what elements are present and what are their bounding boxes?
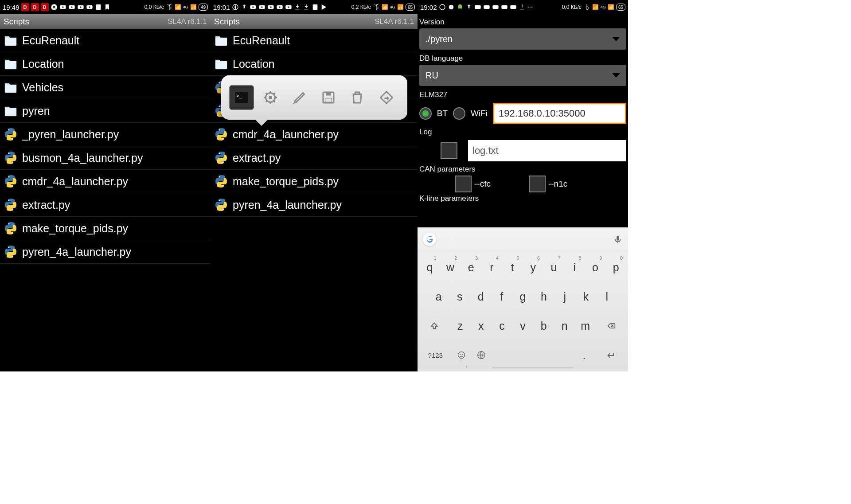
key-mode[interactable]: ?123: [420, 342, 451, 368]
file-row[interactable]: pyren_4a_launcher.py: [211, 193, 418, 217]
key-s[interactable]: s: [450, 284, 469, 310]
ctx-trash-button[interactable]: [345, 85, 370, 110]
mic-icon[interactable]: [613, 234, 623, 244]
key-k[interactable]: k: [576, 284, 595, 310]
key-n[interactable]: n: [555, 313, 574, 339]
key-m[interactable]: m: [576, 313, 595, 339]
radio-bt[interactable]: [419, 107, 432, 120]
dblang-value: RU: [426, 70, 438, 81]
n1c-checkbox[interactable]: [529, 176, 546, 192]
key-g[interactable]: g: [513, 284, 532, 310]
youtube-icon: [267, 4, 274, 11]
key-x[interactable]: x: [472, 313, 491, 339]
key-a[interactable]: a: [429, 284, 448, 310]
key-w[interactable]: 2w: [441, 254, 460, 281]
svg-rect-49: [501, 5, 507, 9]
key-y[interactable]: 6y: [524, 254, 543, 281]
key-j[interactable]: j: [555, 284, 574, 310]
key-q[interactable]: 1q: [420, 254, 439, 281]
svg-point-7: [12, 138, 13, 140]
version-select[interactable]: ./pyren: [419, 28, 626, 50]
file-name: extract.py: [22, 199, 70, 211]
youtube-icon: [59, 4, 66, 11]
signal-icon: 📶: [382, 4, 388, 10]
file-row[interactable]: pyren_4a_launcher.py: [0, 240, 211, 264]
ctx-pencil-button[interactable]: [287, 85, 312, 110]
folder-row[interactable]: Vehicles: [0, 76, 211, 99]
folder-row[interactable]: pyren: [0, 99, 211, 123]
folder-row[interactable]: Location: [211, 52, 418, 76]
version-value: ./pyren: [426, 34, 453, 44]
cfc-label: --cfc: [474, 179, 491, 189]
ctx-direction-button[interactable]: [374, 85, 399, 110]
key-p[interactable]: 0p: [606, 254, 625, 281]
key-h[interactable]: h: [534, 284, 553, 310]
key-r[interactable]: 4r: [482, 254, 501, 281]
svg-rect-43: [325, 98, 332, 102]
file-row[interactable]: make_torque_pids.py: [0, 217, 211, 240]
key-e[interactable]: 3e: [461, 254, 480, 281]
key-shift[interactable]: [420, 313, 449, 339]
ctx-gear-button[interactable]: [258, 85, 283, 110]
youtube-icon: [492, 4, 499, 11]
cfc-checkbox[interactable]: [455, 176, 472, 192]
svg-point-12: [8, 200, 10, 201]
key-i[interactable]: 8i: [565, 254, 584, 281]
ctx-save-button[interactable]: [316, 85, 341, 110]
status-bar: 19:02 ⋯ 0,0 КБ/с 📶 4G 📶 65: [418, 0, 628, 14]
file-name: pyren_4a_launcher.py: [22, 246, 131, 258]
folder-name: EcuRenault: [233, 34, 290, 47]
header-title: Scripts: [4, 17, 29, 27]
key-u[interactable]: 7u: [544, 254, 563, 281]
key-enter[interactable]: [595, 342, 626, 368]
sl4a-header: Scripts SL4A r6.1.1: [0, 14, 211, 29]
key-emoji[interactable]: ,: [453, 342, 471, 368]
key-f[interactable]: f: [492, 284, 511, 310]
chevron-down-icon: [612, 37, 620, 41]
file-row[interactable]: cmdr_4a_launcher.py: [211, 123, 418, 146]
ctx-terminal-button[interactable]: >_: [229, 85, 254, 110]
elm-label: ELM327: [419, 90, 626, 99]
key-v[interactable]: v: [513, 313, 532, 339]
file-name: pyren_4a_launcher.py: [233, 199, 342, 211]
file-row[interactable]: cmdr_4a_launcher.py: [0, 170, 211, 193]
dblang-select[interactable]: RU: [419, 65, 626, 86]
key-globe[interactable]: [472, 342, 491, 368]
radio-wifi[interactable]: [453, 107, 465, 120]
keyboard[interactable]: 1q2w3e4r5t6y7u8i9o0pasdfghjklzxcvbnm?123…: [418, 227, 628, 371]
file-row[interactable]: _pyren_launcher.py: [0, 123, 211, 146]
key-c[interactable]: c: [492, 313, 511, 339]
log-file-input[interactable]: [468, 140, 626, 161]
chevron-down-icon: [612, 73, 620, 78]
youtube-icon: [474, 4, 481, 11]
key-z[interactable]: z: [451, 313, 470, 339]
folder-row[interactable]: Location: [0, 52, 211, 76]
file-row[interactable]: busmon_4a_launcher.py: [0, 146, 211, 170]
key-t[interactable]: 5t: [503, 254, 522, 281]
svg-point-17: [12, 256, 13, 257]
key-backspace[interactable]: [597, 313, 625, 339]
file-row[interactable]: extract.py: [0, 193, 211, 217]
folder-row[interactable]: EcuRenault: [211, 29, 418, 52]
file-name: _pyren_launcher.py: [22, 128, 119, 141]
key-o[interactable]: 9o: [586, 254, 605, 281]
file-name: make_torque_pids.py: [22, 222, 128, 235]
key-d[interactable]: d: [471, 284, 490, 310]
folder-row[interactable]: EcuRenault: [0, 29, 211, 52]
key-l[interactable]: l: [597, 284, 617, 310]
elm-address-input[interactable]: [493, 103, 626, 124]
file-row[interactable]: extract.py: [211, 146, 418, 170]
play-store-icon: [320, 4, 328, 11]
key-space[interactable]: [492, 342, 574, 368]
radio-wifi-label: WiFi: [471, 109, 488, 118]
battery-icon: 65: [406, 4, 415, 11]
svg-rect-50: [510, 5, 516, 9]
file-row[interactable]: make_torque_pids.py: [211, 170, 418, 193]
key-period[interactable]: .: [575, 342, 593, 368]
google-icon[interactable]: [423, 233, 436, 246]
n1c-label: --n1c: [548, 179, 567, 189]
file-list[interactable]: EcuRenaultLocationVehiclespyren_pyren_la…: [0, 29, 211, 371]
key-b[interactable]: b: [534, 313, 553, 339]
log-checkbox[interactable]: [441, 142, 457, 159]
header-title: Scripts: [214, 17, 240, 27]
